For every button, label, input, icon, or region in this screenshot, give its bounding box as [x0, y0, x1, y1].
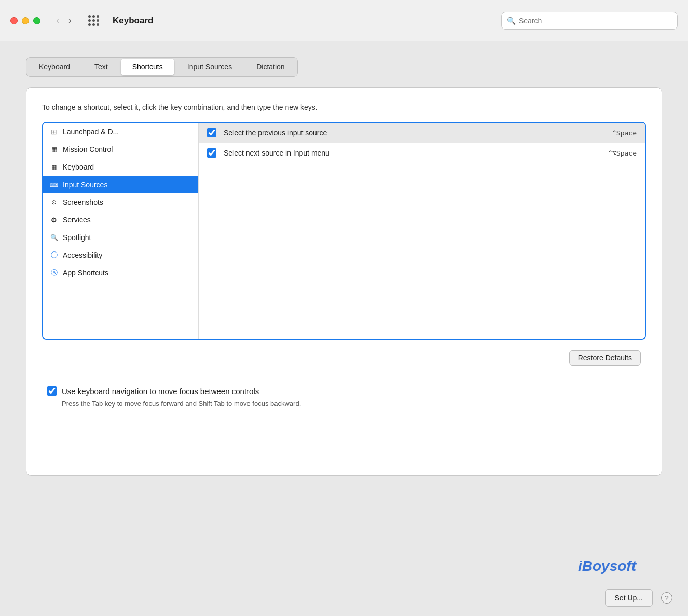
mission-control-icon: ▦ [49, 145, 59, 154]
fullscreen-button[interactable] [33, 17, 40, 24]
bottom-section: Use keyboard navigation to move focus be… [42, 386, 646, 408]
input-sources-icon: ⌨ [49, 180, 59, 189]
sidebar-item-input-sources[interactable]: ⌨ Input Sources [43, 176, 198, 193]
shortcut-list: Select the previous input source ^Space … [199, 123, 645, 339]
sidebar-item-label: Spotlight [63, 233, 91, 242]
spotlight-icon: 🔍 [49, 233, 59, 242]
shortcut-label-prev: Select the previous input source [224, 129, 605, 137]
search-input[interactable] [519, 17, 672, 25]
restore-row: Restore Defaults [42, 350, 646, 366]
sidebar-item-accessibility[interactable]: ⓘ Accessibility [43, 246, 198, 264]
sidebar-item-services[interactable]: ⚙ Services [43, 211, 198, 229]
keyboard-icon: ▦ [49, 162, 59, 172]
titlebar: ‹ › Keyboard 🔍 [0, 0, 688, 41]
tab-dictation[interactable]: Dictation [245, 59, 296, 75]
sidebar-item-label: Accessibility [63, 251, 102, 259]
tab-keyboard[interactable]: Keyboard [27, 59, 81, 75]
nav-checkbox-row: Use keyboard navigation to move focus be… [47, 386, 641, 396]
tab-bar: Keyboard Text Shortcuts Input Sources Di… [26, 57, 298, 77]
sidebar-item-label: Launchpad & D... [63, 128, 119, 136]
tab-divider-4 [244, 63, 244, 71]
accessibility-icon: ⓘ [49, 250, 59, 260]
tab-divider-3 [175, 63, 175, 71]
shortcut-key-prev: ^Space [612, 129, 637, 137]
search-icon: 🔍 [507, 17, 516, 25]
sidebar-item-label: Keyboard [63, 163, 94, 171]
content-panel: To change a shortcut, select it, click t… [26, 87, 662, 476]
watermark: iBoysoft [578, 558, 636, 575]
screenshots-icon: ⊙ [49, 198, 59, 207]
minimize-button[interactable] [22, 17, 29, 24]
sidebar-item-launchpad[interactable]: ⊞ Launchpad & D... [43, 123, 198, 141]
shortcut-row-next: Select next source in Input menu ^⌥Space [199, 143, 645, 163]
window-title: Keyboard [113, 16, 153, 26]
launchpad-icon: ⊞ [49, 127, 59, 136]
tab-input-sources[interactable]: Input Sources [176, 59, 243, 75]
sidebar-item-mission-control[interactable]: ▦ Mission Control [43, 141, 198, 158]
traffic-lights [10, 17, 40, 24]
close-button[interactable] [10, 17, 18, 24]
tab-divider-1 [82, 63, 82, 71]
sidebar-item-label: Input Sources [63, 180, 107, 189]
shortcut-key-next: ^⌥Space [608, 149, 637, 157]
sidebar-item-label: App Shortcuts [63, 269, 108, 277]
help-button[interactable]: ? [661, 592, 672, 604]
bottom-bar: Set Up... ? [0, 580, 688, 616]
app-shortcuts-icon: Ⓐ [49, 268, 59, 277]
shortcut-checkbox-next[interactable] [207, 148, 216, 158]
sidebar-item-label: Screenshots [63, 198, 103, 206]
services-icon: ⚙ [49, 215, 59, 225]
nav-hint: Press the Tab key to move focus forward … [62, 400, 641, 408]
instruction-text: To change a shortcut, select it, click t… [42, 103, 646, 111]
tab-text[interactable]: Text [83, 59, 119, 75]
forward-button[interactable]: › [65, 14, 75, 27]
restore-defaults-button[interactable]: Restore Defaults [569, 350, 641, 366]
nav-buttons: ‹ › [53, 14, 75, 27]
sidebar-item-label: Mission Control [63, 145, 113, 153]
shortcut-label-next: Select next source in Input menu [224, 149, 601, 157]
sidebar: ⊞ Launchpad & D... ▦ Mission Control ▦ K… [43, 123, 199, 339]
set-up-button[interactable]: Set Up... [605, 589, 653, 607]
nav-checkbox[interactable] [47, 386, 57, 396]
tab-shortcuts[interactable]: Shortcuts [121, 59, 174, 75]
sidebar-item-keyboard[interactable]: ▦ Keyboard [43, 158, 198, 176]
panel-body: ⊞ Launchpad & D... ▦ Mission Control ▦ K… [42, 122, 646, 340]
back-button[interactable]: ‹ [53, 14, 62, 27]
sidebar-item-spotlight[interactable]: 🔍 Spotlight [43, 229, 198, 246]
shortcut-checkbox-prev[interactable] [207, 128, 216, 137]
shortcut-row-prev: Select the previous input source ^Space [199, 123, 645, 143]
main-content: Keyboard Text Shortcuts Input Sources Di… [0, 41, 688, 492]
grid-icon[interactable] [88, 15, 99, 26]
tab-divider-2 [120, 63, 120, 71]
sidebar-item-app-shortcuts[interactable]: Ⓐ App Shortcuts [43, 264, 198, 282]
sidebar-item-screenshots[interactable]: ⊙ Screenshots [43, 193, 198, 211]
sidebar-item-label: Services [63, 216, 91, 224]
search-box: 🔍 [501, 12, 678, 30]
nav-checkbox-label: Use keyboard navigation to move focus be… [62, 387, 259, 396]
